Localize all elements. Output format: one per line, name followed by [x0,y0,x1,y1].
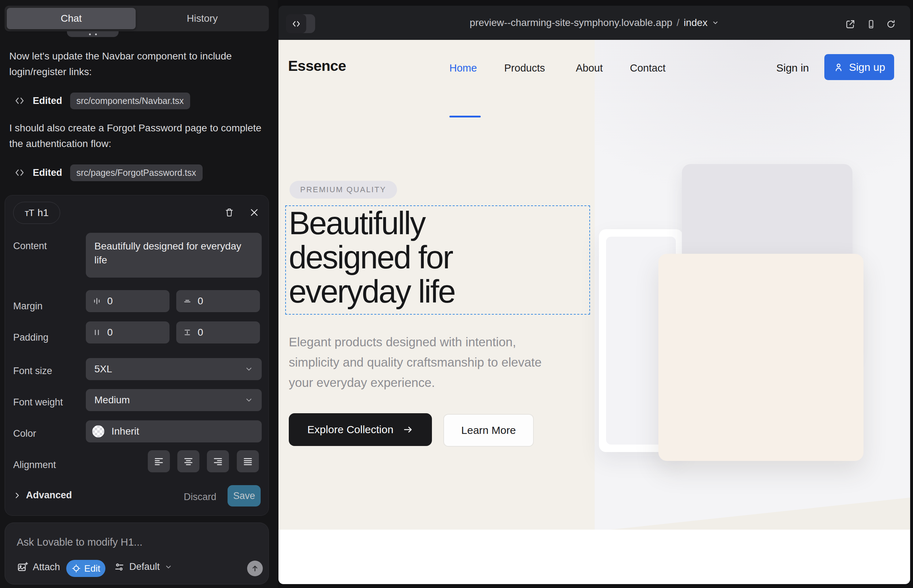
file-chip[interactable]: src/pages/ForgotPassword.tsx [70,165,202,181]
default-mode-select[interactable]: Default [114,561,172,572]
discard-button[interactable]: Discard [184,491,217,502]
chevron-right-icon [13,491,21,499]
font-weight-select[interactable]: Medium [86,389,262,411]
chevron-down-icon [244,396,253,404]
margin-y-input[interactable]: 0 [176,290,260,312]
font-weight-label: Font weight [13,397,63,408]
content-label: Content [13,241,47,252]
margin-y-value: 0 [197,296,203,307]
hero-heading-line: Beautifully [289,206,588,240]
margin-x-value: 0 [107,296,113,307]
explore-collection-label: Explore Collection [307,423,393,436]
edit-label: Edit [84,563,100,574]
sign-in-link[interactable]: Sign in [776,62,809,74]
align-right-button[interactable] [207,450,229,472]
file-chip[interactable]: src/components/Navbar.tsx [70,92,191,109]
font-size-value: 5XL [94,363,112,375]
edited-label: Edited [33,95,62,107]
color-value: Inherit [112,426,139,437]
site-content: Essence Home Products About Contact Sign… [278,40,910,584]
chat-input-placeholder[interactable]: Ask Lovable to modify H1... [17,536,142,548]
attach-button[interactable]: Attach [17,561,60,573]
save-button[interactable]: Save [228,485,261,507]
code-icon [291,19,301,29]
align-center-button[interactable] [177,450,199,472]
align-right-icon [212,456,223,467]
align-left-button[interactable] [148,450,170,472]
hero-heading-line: everyday life [289,275,588,309]
url-bar[interactable]: preview--charming-site-symphony.lovable.… [278,6,910,40]
align-justify-icon [243,456,253,467]
hero-heading[interactable]: Beautifully designed for everyday life [289,206,588,309]
send-button[interactable] [247,561,263,576]
element-editor-panel: тT h1 Content Beautifully designed for e… [5,195,269,516]
align-justify-button[interactable] [237,450,259,472]
margin-label: Margin [13,301,43,312]
chevron-down-icon [712,19,719,26]
sidebar: Chat History Now let's update the Navbar… [0,0,278,588]
tab-history[interactable]: History [138,8,267,29]
close-panel-button[interactable] [246,205,262,220]
hero-description: Elegant products designed with intention… [289,332,545,393]
code-icon [14,95,25,106]
refresh-icon [886,19,896,29]
padding-x-value: 0 [107,327,113,338]
element-tag: h1 [37,207,49,218]
code-icon [14,167,25,178]
browser-bar: preview--charming-site-symphony.lovable.… [278,6,910,40]
color-swatch [92,425,104,438]
close-icon [249,207,259,218]
advanced-toggle[interactable]: Advanced [13,490,72,501]
url-separator: / [677,17,680,29]
learn-more-button[interactable]: Learn More [444,414,534,447]
premium-quality-badge: PREMIUM QUALITY [290,181,397,199]
mobile-view-button[interactable] [864,17,878,31]
margin-x-input[interactable]: 0 [86,290,170,312]
nav-link-products[interactable]: Products [504,62,545,74]
file-edit-row: Edited src/components/Navbar.tsx [14,92,190,110]
nav-link-about[interactable]: About [576,62,603,74]
edit-mode-button[interactable]: Edit [66,560,105,577]
color-select[interactable]: Inherit [86,420,262,443]
padding-vertical-icon [183,328,192,337]
margin-vertical-icon [183,297,192,306]
edited-label: Edited [33,167,62,178]
selected-element-pill: тT h1 [13,202,60,224]
nav-link-home[interactable]: Home [449,62,477,74]
open-in-new-tab-button[interactable] [843,17,858,31]
sign-up-button[interactable]: Sign up [824,54,894,80]
hero-heading-line: designed for [289,240,588,275]
decorative-card-cream [659,254,863,461]
user-icon [833,62,844,73]
scrolled-badge-partial [67,31,118,37]
padding-y-input[interactable]: 0 [176,321,260,344]
code-toggle-active-segment[interactable] [286,14,306,33]
external-link-icon [845,19,856,29]
url-host: preview--charming-site-symphony.lovable.… [469,17,672,29]
default-label: Default [129,561,160,572]
align-center-icon [183,456,194,467]
chat-message: Now let's update the Navbar component to… [9,48,264,80]
alignment-label: Alignment [13,459,56,470]
font-size-label: Font size [13,365,52,376]
tab-chat[interactable]: Chat [7,8,136,29]
padding-label: Padding [13,332,49,343]
font-size-select[interactable]: 5XL [86,358,262,380]
nav-link-contact[interactable]: Contact [630,62,665,74]
chat-input-box[interactable]: Ask Lovable to modify H1... Attach Edit … [5,522,269,585]
site-logo[interactable]: Essence [288,58,346,74]
padding-x-input[interactable]: 0 [86,321,170,344]
target-icon [71,564,81,573]
delete-element-button[interactable] [222,205,237,220]
screen: Chat History Now let's update the Navbar… [0,0,913,588]
refresh-button[interactable] [884,17,898,31]
code-preview-toggle[interactable] [286,14,315,33]
content-input[interactable]: Beautifully designed for everyday life [86,233,262,278]
margin-horizontal-icon [92,297,102,306]
attach-label: Attach [33,562,60,573]
font-weight-value: Medium [94,394,130,406]
mobile-device-icon [866,19,876,29]
chevron-down-icon [244,365,253,373]
explore-collection-button[interactable]: Explore Collection [289,413,432,446]
arrow-right-icon [403,424,413,435]
